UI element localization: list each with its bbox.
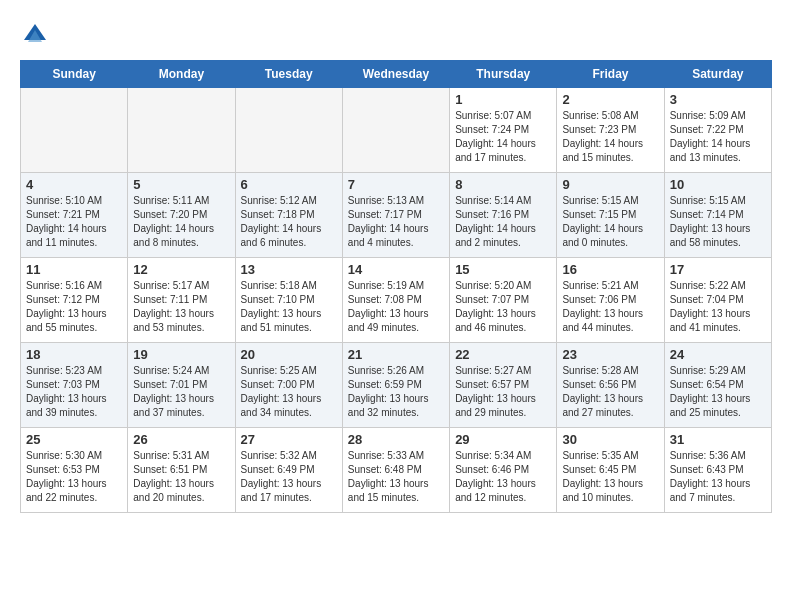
calendar-day-cell: 19Sunrise: 5:24 AM Sunset: 7:01 PM Dayli… <box>128 343 235 428</box>
calendar-day-cell: 11Sunrise: 5:16 AM Sunset: 7:12 PM Dayli… <box>21 258 128 343</box>
day-info: Sunrise: 5:19 AM Sunset: 7:08 PM Dayligh… <box>348 279 444 335</box>
day-info: Sunrise: 5:13 AM Sunset: 7:17 PM Dayligh… <box>348 194 444 250</box>
calendar-day-cell: 8Sunrise: 5:14 AM Sunset: 7:16 PM Daylig… <box>450 173 557 258</box>
calendar-day-cell <box>342 88 449 173</box>
day-number: 4 <box>26 177 122 192</box>
calendar-day-cell: 15Sunrise: 5:20 AM Sunset: 7:07 PM Dayli… <box>450 258 557 343</box>
day-number: 5 <box>133 177 229 192</box>
day-number: 30 <box>562 432 658 447</box>
day-number: 3 <box>670 92 766 107</box>
calendar-day-cell: 7Sunrise: 5:13 AM Sunset: 7:17 PM Daylig… <box>342 173 449 258</box>
day-info: Sunrise: 5:16 AM Sunset: 7:12 PM Dayligh… <box>26 279 122 335</box>
calendar-day-cell: 25Sunrise: 5:30 AM Sunset: 6:53 PM Dayli… <box>21 428 128 513</box>
logo-icon <box>20 20 50 50</box>
calendar-day-cell: 29Sunrise: 5:34 AM Sunset: 6:46 PM Dayli… <box>450 428 557 513</box>
calendar-week-row: 18Sunrise: 5:23 AM Sunset: 7:03 PM Dayli… <box>21 343 772 428</box>
day-info: Sunrise: 5:21 AM Sunset: 7:06 PM Dayligh… <box>562 279 658 335</box>
day-info: Sunrise: 5:12 AM Sunset: 7:18 PM Dayligh… <box>241 194 337 250</box>
page-header <box>20 20 772 50</box>
day-number: 29 <box>455 432 551 447</box>
day-number: 10 <box>670 177 766 192</box>
calendar-day-cell: 28Sunrise: 5:33 AM Sunset: 6:48 PM Dayli… <box>342 428 449 513</box>
day-number: 2 <box>562 92 658 107</box>
day-info: Sunrise: 5:26 AM Sunset: 6:59 PM Dayligh… <box>348 364 444 420</box>
day-info: Sunrise: 5:10 AM Sunset: 7:21 PM Dayligh… <box>26 194 122 250</box>
day-info: Sunrise: 5:17 AM Sunset: 7:11 PM Dayligh… <box>133 279 229 335</box>
day-number: 22 <box>455 347 551 362</box>
day-info: Sunrise: 5:31 AM Sunset: 6:51 PM Dayligh… <box>133 449 229 505</box>
day-info: Sunrise: 5:11 AM Sunset: 7:20 PM Dayligh… <box>133 194 229 250</box>
calendar-day-cell: 27Sunrise: 5:32 AM Sunset: 6:49 PM Dayli… <box>235 428 342 513</box>
day-info: Sunrise: 5:33 AM Sunset: 6:48 PM Dayligh… <box>348 449 444 505</box>
day-info: Sunrise: 5:28 AM Sunset: 6:56 PM Dayligh… <box>562 364 658 420</box>
day-number: 14 <box>348 262 444 277</box>
calendar-day-cell: 24Sunrise: 5:29 AM Sunset: 6:54 PM Dayli… <box>664 343 771 428</box>
day-number: 23 <box>562 347 658 362</box>
day-number: 26 <box>133 432 229 447</box>
day-number: 18 <box>26 347 122 362</box>
day-number: 1 <box>455 92 551 107</box>
day-number: 8 <box>455 177 551 192</box>
day-number: 27 <box>241 432 337 447</box>
day-number: 16 <box>562 262 658 277</box>
calendar-day-cell: 6Sunrise: 5:12 AM Sunset: 7:18 PM Daylig… <box>235 173 342 258</box>
day-number: 12 <box>133 262 229 277</box>
header-friday: Friday <box>557 61 664 88</box>
calendar-day-cell: 2Sunrise: 5:08 AM Sunset: 7:23 PM Daylig… <box>557 88 664 173</box>
day-info: Sunrise: 5:22 AM Sunset: 7:04 PM Dayligh… <box>670 279 766 335</box>
calendar-day-cell: 3Sunrise: 5:09 AM Sunset: 7:22 PM Daylig… <box>664 88 771 173</box>
day-number: 21 <box>348 347 444 362</box>
day-info: Sunrise: 5:24 AM Sunset: 7:01 PM Dayligh… <box>133 364 229 420</box>
day-info: Sunrise: 5:08 AM Sunset: 7:23 PM Dayligh… <box>562 109 658 165</box>
calendar-day-cell: 16Sunrise: 5:21 AM Sunset: 7:06 PM Dayli… <box>557 258 664 343</box>
calendar-day-cell <box>235 88 342 173</box>
day-number: 13 <box>241 262 337 277</box>
day-number: 11 <box>26 262 122 277</box>
calendar-day-cell: 30Sunrise: 5:35 AM Sunset: 6:45 PM Dayli… <box>557 428 664 513</box>
calendar-day-cell: 22Sunrise: 5:27 AM Sunset: 6:57 PM Dayli… <box>450 343 557 428</box>
calendar-week-row: 25Sunrise: 5:30 AM Sunset: 6:53 PM Dayli… <box>21 428 772 513</box>
calendar-day-cell: 20Sunrise: 5:25 AM Sunset: 7:00 PM Dayli… <box>235 343 342 428</box>
day-info: Sunrise: 5:09 AM Sunset: 7:22 PM Dayligh… <box>670 109 766 165</box>
day-number: 15 <box>455 262 551 277</box>
day-info: Sunrise: 5:25 AM Sunset: 7:00 PM Dayligh… <box>241 364 337 420</box>
day-info: Sunrise: 5:20 AM Sunset: 7:07 PM Dayligh… <box>455 279 551 335</box>
calendar-day-cell: 31Sunrise: 5:36 AM Sunset: 6:43 PM Dayli… <box>664 428 771 513</box>
day-number: 9 <box>562 177 658 192</box>
day-info: Sunrise: 5:27 AM Sunset: 6:57 PM Dayligh… <box>455 364 551 420</box>
day-info: Sunrise: 5:35 AM Sunset: 6:45 PM Dayligh… <box>562 449 658 505</box>
calendar-day-cell: 12Sunrise: 5:17 AM Sunset: 7:11 PM Dayli… <box>128 258 235 343</box>
day-info: Sunrise: 5:15 AM Sunset: 7:15 PM Dayligh… <box>562 194 658 250</box>
calendar-day-cell: 26Sunrise: 5:31 AM Sunset: 6:51 PM Dayli… <box>128 428 235 513</box>
day-info: Sunrise: 5:29 AM Sunset: 6:54 PM Dayligh… <box>670 364 766 420</box>
header-monday: Monday <box>128 61 235 88</box>
day-number: 24 <box>670 347 766 362</box>
calendar-week-row: 11Sunrise: 5:16 AM Sunset: 7:12 PM Dayli… <box>21 258 772 343</box>
header-wednesday: Wednesday <box>342 61 449 88</box>
calendar-day-cell: 14Sunrise: 5:19 AM Sunset: 7:08 PM Dayli… <box>342 258 449 343</box>
calendar-day-cell <box>128 88 235 173</box>
calendar-day-cell: 1Sunrise: 5:07 AM Sunset: 7:24 PM Daylig… <box>450 88 557 173</box>
day-info: Sunrise: 5:14 AM Sunset: 7:16 PM Dayligh… <box>455 194 551 250</box>
logo <box>20 20 54 50</box>
header-tuesday: Tuesday <box>235 61 342 88</box>
header-thursday: Thursday <box>450 61 557 88</box>
day-number: 19 <box>133 347 229 362</box>
day-info: Sunrise: 5:34 AM Sunset: 6:46 PM Dayligh… <box>455 449 551 505</box>
day-number: 17 <box>670 262 766 277</box>
day-number: 28 <box>348 432 444 447</box>
day-number: 6 <box>241 177 337 192</box>
day-number: 7 <box>348 177 444 192</box>
day-info: Sunrise: 5:18 AM Sunset: 7:10 PM Dayligh… <box>241 279 337 335</box>
calendar-table: Sunday Monday Tuesday Wednesday Thursday… <box>20 60 772 513</box>
day-info: Sunrise: 5:15 AM Sunset: 7:14 PM Dayligh… <box>670 194 766 250</box>
header-sunday: Sunday <box>21 61 128 88</box>
day-info: Sunrise: 5:36 AM Sunset: 6:43 PM Dayligh… <box>670 449 766 505</box>
calendar-day-cell: 23Sunrise: 5:28 AM Sunset: 6:56 PM Dayli… <box>557 343 664 428</box>
day-info: Sunrise: 5:32 AM Sunset: 6:49 PM Dayligh… <box>241 449 337 505</box>
calendar-day-cell: 13Sunrise: 5:18 AM Sunset: 7:10 PM Dayli… <box>235 258 342 343</box>
day-number: 31 <box>670 432 766 447</box>
day-info: Sunrise: 5:30 AM Sunset: 6:53 PM Dayligh… <box>26 449 122 505</box>
calendar-day-cell: 17Sunrise: 5:22 AM Sunset: 7:04 PM Dayli… <box>664 258 771 343</box>
day-info: Sunrise: 5:07 AM Sunset: 7:24 PM Dayligh… <box>455 109 551 165</box>
